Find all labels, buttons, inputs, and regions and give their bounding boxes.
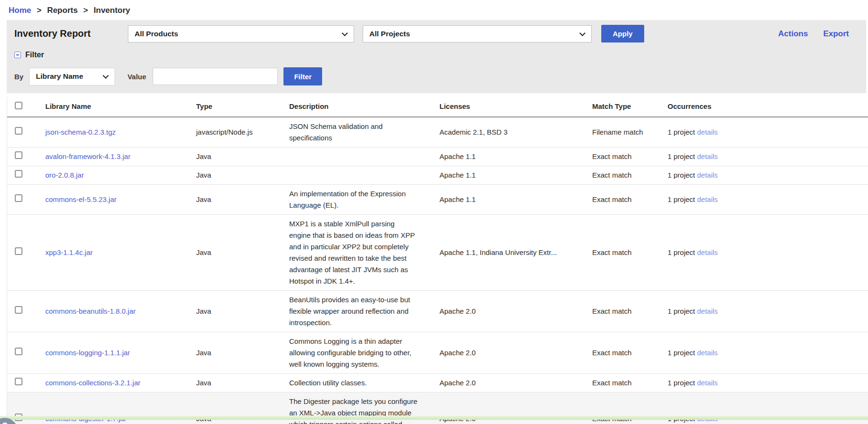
apply-button[interactable]: Apply bbox=[601, 25, 644, 42]
details-link[interactable]: details bbox=[697, 248, 718, 256]
table-row: xpp3-1.1.4c.jar Java MXP1 is a stable Xm… bbox=[7, 215, 868, 291]
chevron-down-icon bbox=[579, 30, 586, 36]
details-link[interactable]: details bbox=[697, 379, 718, 387]
collapse-minus-icon[interactable] bbox=[14, 52, 21, 58]
filter-value-label: Value bbox=[127, 73, 146, 81]
library-name-link[interactable]: xpp3-1.1.4c.jar bbox=[45, 248, 93, 256]
occurrences-text: 1 project bbox=[668, 307, 695, 315]
row-checkbox[interactable] bbox=[15, 151, 22, 159]
toolbar-row: Inventory Report All Products All Projec… bbox=[14, 25, 849, 42]
occurrences-text: 1 project bbox=[668, 171, 695, 179]
breadcrumb-reports: Reports bbox=[47, 6, 78, 15]
library-name-link[interactable]: avalon-framework-4.1.3.jar bbox=[45, 152, 130, 160]
details-link[interactable]: details bbox=[697, 152, 718, 160]
library-name-link[interactable]: commons-beanutils-1.8.0.jar bbox=[45, 307, 136, 315]
spacer-cell bbox=[816, 117, 868, 148]
library-name-link[interactable]: json-schema-0.2.3.tgz bbox=[45, 128, 116, 136]
row-checkbox[interactable] bbox=[15, 194, 22, 202]
filter-by-label: By bbox=[14, 73, 23, 81]
export-link[interactable]: Export bbox=[823, 29, 849, 39]
details-link[interactable]: details bbox=[697, 349, 718, 357]
column-header-type: Type bbox=[196, 97, 289, 117]
spacer-cell bbox=[816, 332, 868, 374]
spacer-cell bbox=[816, 185, 868, 215]
type-cell: Java bbox=[196, 185, 289, 215]
filter-button[interactable]: Filter bbox=[283, 67, 322, 85]
row-checkbox[interactable] bbox=[15, 348, 22, 355]
library-name-link[interactable]: oro-2.0.8.jar bbox=[45, 171, 84, 179]
match-type-cell: Exact match bbox=[592, 215, 668, 291]
match-type-cell: Exact match bbox=[592, 291, 668, 332]
row-checkbox[interactable] bbox=[15, 247, 22, 255]
match-type-cell: Exact match bbox=[592, 374, 668, 392]
row-checkbox[interactable] bbox=[15, 306, 22, 314]
table-row: commons-el-5.5.23.jar Java An implementa… bbox=[7, 185, 868, 215]
column-header-match-type: Match Type bbox=[592, 97, 668, 117]
filter-by-select[interactable]: Library Name bbox=[29, 68, 115, 85]
select-all-checkbox[interactable] bbox=[15, 102, 22, 109]
row-checkbox[interactable] bbox=[15, 127, 22, 135]
column-header-spacer bbox=[816, 97, 868, 117]
spacer-cell bbox=[816, 291, 868, 332]
spacer-cell bbox=[816, 148, 868, 166]
description-cell: Collection utility classes. bbox=[289, 374, 439, 392]
filter-section-label: Filter bbox=[25, 51, 44, 59]
page-title: Inventory Report bbox=[14, 28, 128, 39]
type-cell: Java bbox=[196, 148, 289, 166]
licenses-cell: Apache 1.1 bbox=[439, 185, 592, 215]
filter-section-header: Filter bbox=[14, 49, 849, 61]
table-row: avalon-framework-4.1.3.jar Java Apache 1… bbox=[7, 148, 868, 166]
breadcrumb: Home > Reports > Inventory bbox=[0, 0, 868, 15]
details-link[interactable]: details bbox=[697, 128, 718, 136]
column-header-occurrences: Occurrences bbox=[668, 97, 816, 117]
type-cell: Java bbox=[196, 166, 289, 185]
row-checkbox[interactable] bbox=[15, 170, 22, 178]
type-cell: Java bbox=[196, 215, 289, 291]
licenses-cell: Apache 2.0 bbox=[439, 374, 592, 392]
match-type-cell: Exact match bbox=[592, 148, 668, 166]
breadcrumb-home-link[interactable]: Home bbox=[9, 6, 31, 15]
occurrences-text: 1 project bbox=[668, 248, 695, 256]
description-cell: JSON Schema validation and specification… bbox=[289, 117, 439, 148]
occurrences-text: 1 project bbox=[668, 128, 695, 136]
library-name-link[interactable]: commons-logging-1.1.1.jar bbox=[45, 349, 130, 357]
description-cell: BeanUtils provides an easy-to-use but fl… bbox=[289, 291, 439, 332]
licenses-cell: Apache 2.0 bbox=[439, 332, 592, 374]
project-select-value: All Projects bbox=[369, 30, 410, 38]
match-type-cell: Exact match bbox=[592, 332, 668, 374]
licenses-cell: Apache 2.0 bbox=[439, 291, 592, 332]
chevron-down-icon bbox=[342, 30, 348, 36]
toolbar-links: Actions Export bbox=[778, 29, 849, 39]
occurrences-text: 1 project bbox=[668, 349, 695, 357]
description-cell bbox=[289, 148, 439, 166]
product-select-value: All Products bbox=[135, 30, 178, 38]
description-cell: An implementation of the Expression Lang… bbox=[289, 185, 439, 215]
occurrences-text: 1 project bbox=[668, 152, 695, 160]
report-toolbar-panel: Inventory Report All Products All Projec… bbox=[7, 20, 866, 93]
description-cell: MXP1 is a stable XmlPull parsing engine … bbox=[289, 215, 439, 291]
filter-controls: By Library Name Value Filter bbox=[14, 67, 849, 85]
inventory-table: Library Name Type Description Licenses M… bbox=[7, 97, 868, 424]
product-select[interactable]: All Products bbox=[128, 25, 354, 42]
type-cell: Java bbox=[196, 374, 289, 392]
row-checkbox[interactable] bbox=[15, 378, 22, 385]
breadcrumb-separator: > bbox=[84, 6, 88, 15]
description-cell: Commons Logging is a thin adapter allowi… bbox=[289, 332, 439, 374]
filter-value-input[interactable] bbox=[153, 68, 278, 85]
type-cell: Java bbox=[196, 291, 289, 332]
library-name-link[interactable]: commons-el-5.5.23.jar bbox=[45, 195, 116, 203]
library-name-link[interactable]: commons-collections-3.2.1.jar bbox=[45, 379, 140, 387]
filter-by-select-value: Library Name bbox=[36, 72, 83, 81]
licenses-cell: Apache 1.1 bbox=[439, 148, 592, 166]
actions-link[interactable]: Actions bbox=[778, 29, 808, 39]
spacer-cell bbox=[816, 374, 868, 392]
match-type-cell: Filename match bbox=[592, 117, 668, 148]
licenses-cell: Apache 1.1 bbox=[439, 166, 592, 185]
project-select[interactable]: All Projects bbox=[363, 25, 592, 42]
occurrences-text: 1 project bbox=[668, 379, 695, 387]
details-link[interactable]: details bbox=[697, 307, 718, 315]
column-header-library-name: Library Name bbox=[45, 97, 196, 117]
details-link[interactable]: details bbox=[697, 171, 718, 179]
details-link[interactable]: details bbox=[697, 195, 718, 203]
occurrences-text: 1 project bbox=[668, 195, 695, 203]
